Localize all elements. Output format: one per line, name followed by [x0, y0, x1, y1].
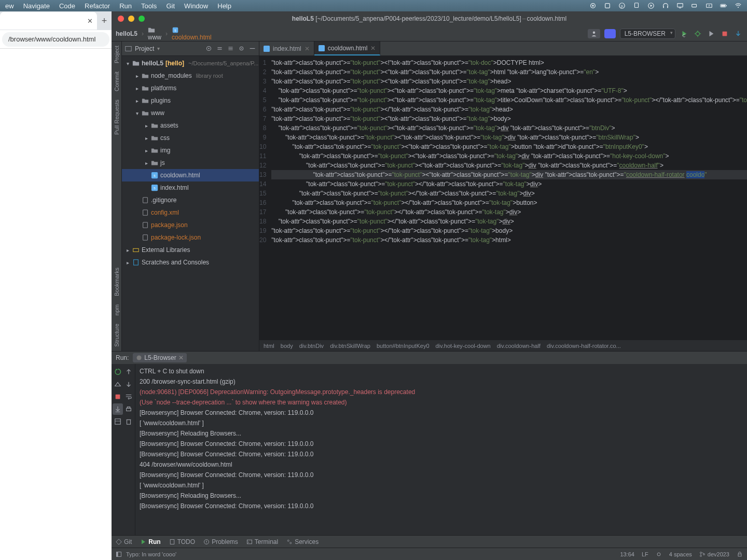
stop-button[interactable]	[720, 29, 729, 38]
tree-item[interactable]: ▸ assets	[122, 119, 259, 132]
tree-item[interactable]: ▾ www	[122, 107, 259, 119]
structure-toolwindow-tab[interactable]: Structure	[114, 319, 120, 351]
menu-item[interactable]: Help	[217, 2, 231, 10]
rerun-button[interactable]	[113, 366, 123, 377]
headphones-icon[interactable]	[662, 2, 669, 9]
print-button[interactable]	[124, 403, 134, 415]
run-tab[interactable]: Run	[140, 538, 160, 545]
select-opened-file-icon[interactable]	[205, 45, 212, 52]
line-separator[interactable]: LF	[642, 551, 648, 557]
clear-button[interactable]	[124, 416, 134, 427]
caret-position[interactable]: 13:64	[620, 551, 634, 557]
bookmarks-toolwindow-tab[interactable]: Bookmarks	[114, 263, 120, 300]
code-content[interactable]: "tok-attr">class"tok-punct">="tok-punct"…	[271, 56, 747, 340]
battery-icon2[interactable]	[691, 2, 698, 9]
attach-debug-button[interactable]	[113, 379, 123, 390]
menu-item[interactable]: ew	[5, 2, 14, 10]
run-button[interactable]	[680, 29, 689, 38]
npm-toolwindow-tab[interactable]: npm	[114, 300, 120, 319]
soft-wrap-button[interactable]	[124, 391, 134, 402]
line-gutter[interactable]: 1234567891011121314151617181920	[259, 56, 271, 340]
collapse-all-icon[interactable]	[227, 45, 234, 52]
lock-icon[interactable]	[737, 551, 743, 557]
run-configuration-select[interactable]: L5-BROWSER	[620, 29, 675, 39]
close-icon[interactable]: ✕	[305, 45, 310, 52]
editor-crumb[interactable]: button#btnInputKey0	[377, 343, 430, 349]
pullrequests-toolwindow-tab[interactable]: Pull Requests	[114, 95, 120, 139]
stop-button[interactable]	[113, 391, 123, 402]
expand-all-icon[interactable]	[216, 45, 223, 52]
git-tab[interactable]: Git	[116, 538, 132, 545]
tree-item[interactable]: 5 cooldown.html	[122, 169, 259, 181]
menu-item[interactable]: Code	[59, 2, 75, 10]
editor-crumb[interactable]: div.cooldown-half	[497, 343, 541, 349]
tree-root[interactable]: ▾ helloL5 [hello] ~/Documents/5_anpena/P…	[122, 57, 259, 69]
editor-tab-active[interactable]: cooldown.html ✕	[314, 41, 381, 55]
terminal-tab[interactable]: Terminal	[246, 538, 278, 545]
indent-info[interactable]: 4 spaces	[669, 551, 692, 557]
gear-icon[interactable]	[238, 45, 245, 52]
scroll-to-end-button[interactable]	[113, 403, 123, 415]
close-icon[interactable]: ✕	[370, 45, 376, 52]
editor-crumb[interactable]: div.hot-key-cool-down	[436, 343, 491, 349]
menu-item[interactable]: Git	[166, 2, 175, 10]
tree-item[interactable]: package-lock.json	[122, 231, 259, 244]
editor-crumb[interactable]: div.btnSkillWrap	[330, 343, 370, 349]
down-button[interactable]	[124, 379, 134, 390]
new-tab-button[interactable]: +	[97, 13, 112, 28]
window-close-button[interactable]	[118, 16, 124, 22]
play-icon[interactable]	[647, 2, 655, 9]
editor-crumb[interactable]: div.cooldown-half-rotator.co...	[547, 343, 621, 349]
wifi-icon[interactable]	[735, 2, 742, 9]
p-icon[interactable]: p	[618, 2, 626, 9]
close-icon[interactable]: ✕	[178, 354, 184, 361]
close-icon[interactable]: ✕	[87, 17, 93, 25]
editor-crumb[interactable]: body	[281, 343, 293, 349]
chrome-tab[interactable]: ✕	[0, 12, 97, 30]
tree-item[interactable]: package.json	[122, 219, 259, 231]
keyboard-icon[interactable]: A	[706, 2, 713, 9]
record-icon[interactable]	[589, 2, 597, 9]
editor-breadcrumbs[interactable]: htmlbodydiv.btnDivdiv.btnSkillWrapbutton…	[259, 340, 747, 351]
tree-item[interactable]: 5 index.html	[122, 181, 259, 194]
tree-item[interactable]: ▸ node_modules library root	[122, 69, 259, 82]
toolwindow-layout-icon[interactable]	[116, 551, 122, 557]
account-button[interactable]	[588, 29, 600, 38]
todo-tab[interactable]: TODO	[169, 538, 195, 545]
tree-item[interactable]: ▸ js	[122, 157, 259, 169]
layout-button[interactable]	[113, 416, 123, 427]
discord-icon[interactable]	[604, 29, 616, 38]
window-maximize-button[interactable]	[139, 16, 145, 22]
run-coverage-button[interactable]	[707, 29, 716, 38]
hide-icon[interactable]	[249, 45, 256, 52]
console-output[interactable]: CTRL + C to shut down 200 /browser-sync-…	[135, 364, 747, 535]
menu-item[interactable]: Tools	[141, 2, 157, 10]
tree-item[interactable]: ▸ platforms	[122, 82, 259, 94]
git-update-button[interactable]	[734, 29, 743, 38]
services-tab[interactable]: Services	[286, 538, 319, 545]
tree-item[interactable]: ▸ img	[122, 144, 259, 157]
tooltip-icon[interactable]	[633, 2, 640, 9]
tree-item[interactable]: config.xml	[122, 206, 259, 219]
breadcrumb-item[interactable]: www	[148, 26, 161, 41]
tree-item[interactable]: ▸ css	[122, 132, 259, 144]
chevron-down-icon[interactable]: ▾	[157, 46, 160, 51]
code-editor[interactable]: 1234567891011121314151617181920 "tok-att…	[259, 56, 747, 340]
debug-button[interactable]	[693, 29, 702, 38]
window-minimize-button[interactable]	[128, 16, 134, 22]
breadcrumb-item[interactable]: helloL5	[116, 30, 137, 37]
breadcrumb-item[interactable]: 5 cooldown.html	[172, 26, 212, 41]
menu-item[interactable]: Refactor	[85, 2, 110, 10]
editor-crumb[interactable]: div.btnDiv	[299, 343, 324, 349]
menu-item[interactable]: Run	[119, 2, 132, 10]
display-icon[interactable]	[676, 2, 684, 9]
inspection-indicator-icon[interactable]	[656, 551, 662, 557]
url-bar[interactable]: /browser/www/cooldown.html	[2, 32, 109, 47]
tree-item[interactable]: ▸ plugins	[122, 94, 259, 107]
git-branch[interactable]: dev2023	[699, 551, 729, 557]
problems-tab[interactable]: Problems	[203, 538, 238, 545]
run-tab[interactable]: L5-Browser ✕	[133, 353, 186, 362]
menu-item[interactable]: Window	[184, 2, 208, 10]
toolbox-icon[interactable]	[604, 2, 611, 9]
tree-item[interactable]: .gitignore	[122, 194, 259, 206]
